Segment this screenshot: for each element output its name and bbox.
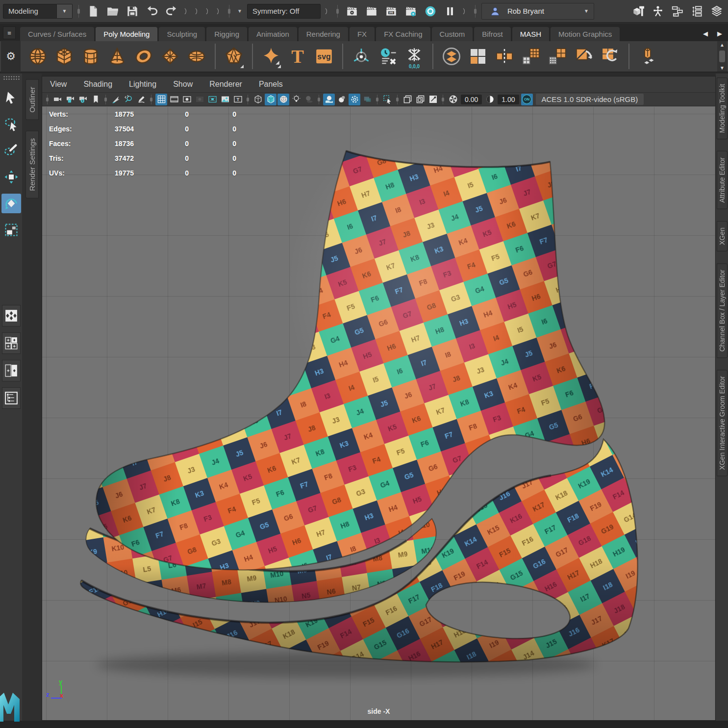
select-tool-icon[interactable] (1, 88, 21, 107)
rotate-tool-icon[interactable] (1, 194, 21, 213)
grease-pencil-icon[interactable] (135, 94, 147, 105)
shelf-tab-rigging[interactable]: Rigging (206, 27, 247, 41)
stroke-tool-icon[interactable] (110, 94, 122, 105)
poly-cone-icon[interactable] (105, 43, 129, 70)
viewport-menu-panels[interactable]: Panels (259, 80, 283, 89)
move-tool-icon[interactable] (1, 167, 21, 187)
render-frame-icon[interactable] (363, 3, 380, 20)
viewport-menu-renderer[interactable]: Renderer (209, 80, 242, 89)
freeze-transform-icon[interactable]: 0,0,0 (402, 43, 427, 70)
icon-bar-handle[interactable] (396, 95, 399, 104)
view-transform-label[interactable]: ACES 1.0 SDR-video (sRGB) (536, 94, 644, 105)
right-tab-modeling-toolkit[interactable]: Modeling Toolkit (717, 77, 728, 139)
tab-scroll-left-icon[interactable]: ◀ (699, 30, 712, 41)
tool-section-bracket-icon[interactable] (461, 3, 469, 20)
scroll-down-icon[interactable]: ▼ (720, 65, 725, 71)
icon-bar-handle[interactable] (247, 95, 249, 104)
separate-icon[interactable] (466, 43, 490, 70)
mirror-icon[interactable] (492, 43, 517, 70)
motion-blur-icon[interactable] (336, 94, 348, 105)
grid-toggle-icon[interactable] (155, 94, 167, 105)
ipr-render-icon[interactable]: IPR (383, 3, 400, 20)
layout-four-pane-icon[interactable] (2, 332, 21, 354)
viewport-menu-shading[interactable]: Shading (83, 80, 112, 89)
platonic-solid-icon[interactable] (222, 43, 246, 70)
shelf-tab-fx[interactable]: FX (350, 27, 375, 41)
redo-icon[interactable] (163, 3, 180, 20)
shadows-toggle-icon[interactable] (303, 94, 315, 105)
snapshot-icon[interactable] (427, 94, 439, 105)
frame-all-icon[interactable] (402, 94, 413, 105)
tool-section-bracket-icon[interactable] (194, 3, 201, 20)
left-tab-render-settings[interactable]: Render Settings (25, 131, 39, 199)
shelf-tab-mash[interactable]: MASH (512, 27, 549, 41)
hud-toggle-icon[interactable]: T (232, 94, 244, 105)
shelf-tab-sculpting[interactable]: Sculpting (159, 27, 205, 41)
poly-cylinder-icon[interactable] (78, 43, 103, 70)
right-tab-xgen-interactive-groom-editor[interactable]: XGen Interactive Groom Editor (717, 370, 728, 476)
pause-icon[interactable] (442, 3, 458, 20)
viewport-panel[interactable]: F3F4F5F6F7F8G3G4G5G6G7G8H3H4H5H6H7H8I3I4… (42, 76, 716, 721)
scale-tool-icon[interactable] (1, 220, 21, 240)
scroll-up-icon[interactable]: ▲ (720, 42, 725, 48)
chevron-down-icon[interactable]: ▼ (584, 8, 589, 14)
layout-outliner-icon[interactable] (2, 387, 21, 409)
render-settings-icon[interactable] (402, 3, 419, 20)
shelf-tab-motion-graphics[interactable]: Motion Graphics (551, 27, 620, 41)
shelf-menu-icon[interactable]: ≡ (3, 26, 16, 39)
right-tab-channel-box-layer-editor[interactable]: Channel Box / Layer Editor (717, 263, 728, 358)
toolbox-grip[interactable] (3, 75, 20, 80)
subdivide-icon[interactable] (519, 43, 543, 70)
depth-of-field-icon[interactable] (361, 94, 373, 105)
gate-mask-icon[interactable] (194, 94, 205, 105)
shaded-mode-icon[interactable] (265, 94, 276, 105)
poly-disc-icon[interactable] (184, 43, 209, 70)
camera-attributes-icon[interactable] (77, 94, 89, 105)
sweep-column-icon[interactable] (635, 43, 660, 70)
shelf-tab-poly-modeling[interactable]: Poly Modeling (96, 27, 157, 41)
gamma-icon[interactable] (484, 94, 496, 105)
character-controls-icon[interactable] (650, 3, 666, 20)
textured-mode-icon[interactable] (277, 94, 289, 105)
tool-section-bracket-icon[interactable] (204, 3, 212, 20)
type-tool-icon[interactable]: T (285, 43, 310, 70)
right-tab-attribute-editor[interactable]: Attribute Editor (717, 151, 728, 209)
left-tab-outliner[interactable]: Outliner (25, 79, 39, 120)
icon-bar-handle[interactable] (376, 95, 378, 104)
delete-history-icon[interactable] (376, 43, 400, 70)
poly-sphere-icon[interactable] (25, 43, 50, 70)
shelf-tab-custom[interactable]: Custom (432, 27, 473, 41)
shelf-tab-rendering[interactable]: Rendering (299, 27, 348, 41)
shelf-tab-curves-surfaces[interactable]: Curves / Surfaces (20, 27, 94, 41)
render-view-icon[interactable] (344, 3, 360, 20)
shelf-gear-icon[interactable]: ⚙ (1, 41, 21, 72)
channel-sliders-icon[interactable] (689, 3, 705, 20)
open-scene-icon[interactable] (104, 3, 121, 20)
image-plane-icon[interactable] (219, 94, 231, 105)
poly-plane-icon[interactable] (158, 43, 182, 70)
remesh-icon[interactable] (598, 43, 623, 70)
gamma-field[interactable]: 1.00 (498, 95, 519, 104)
shelf-tab-bifrost[interactable]: Bifrost (474, 27, 511, 41)
icon-bar-handle[interactable] (46, 95, 49, 104)
tool-section-bracket-icon[interactable] (324, 3, 331, 20)
shelf-tab-animation[interactable]: Animation (249, 27, 297, 41)
anti-aliasing-icon[interactable] (349, 94, 360, 105)
icon-bar-handle[interactable] (442, 95, 444, 104)
scroll-thumb[interactable] (719, 50, 725, 62)
resolution-gate-icon[interactable] (181, 94, 193, 105)
lighting-toggle-icon[interactable] (290, 94, 302, 105)
tool-section-bracket-icon[interactable] (183, 3, 191, 20)
viewport-menu-view[interactable]: View (50, 80, 67, 89)
new-scene-icon[interactable] (85, 3, 101, 20)
undo-icon[interactable] (144, 3, 160, 20)
layout-single-pane-icon[interactable] (2, 305, 21, 326)
isolate-select-icon[interactable] (381, 94, 393, 105)
tab-scroll-right-icon[interactable]: ▶ (713, 30, 726, 41)
layer-stack-icon[interactable] (708, 3, 725, 20)
pan-zoom-icon[interactable] (123, 94, 134, 105)
workspace-tools-icon[interactable] (630, 3, 647, 20)
paint-select-tool-icon[interactable] (1, 141, 21, 160)
menu-set-selector[interactable]: Modeling▼ (3, 4, 73, 19)
symmetry-dropdown-icon[interactable]: ▼ (235, 8, 244, 14)
